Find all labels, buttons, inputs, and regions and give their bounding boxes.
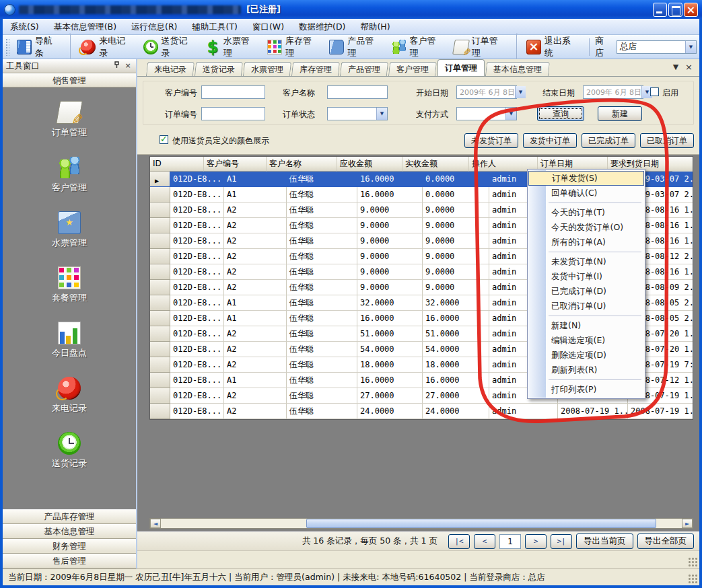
tab[interactable]: 来电记录 [146,62,195,76]
tab-list-dropdown-icon[interactable]: ▼ [673,63,678,71]
context-menu-item[interactable] [528,377,644,382]
order-no-input[interactable] [201,107,265,120]
row-selector[interactable] [150,357,170,373]
color-display-checkbox[interactable] [160,135,168,144]
sidebar-group-button[interactable]: 财务管理 [3,539,136,554]
last-page-button[interactable]: >| [551,534,572,549]
customer-name-input[interactable] [327,85,388,99]
export-all-pages-button[interactable]: 导出全部页 [637,534,695,549]
row-selector[interactable] [150,373,170,388]
row-selector[interactable] [150,249,170,264]
sidebar-item[interactable]: 今日盘点 [3,322,136,359]
table-row[interactable]: 012D-E8... A2 伍华聪 24.0000 24.0000 admin … [150,404,693,419]
column-header[interactable]: 实收金额 [402,157,469,172]
context-menu-item[interactable]: 打印列表(P) [528,382,644,397]
customer-button[interactable]: 客户管理 [387,33,449,61]
chevron-down-icon[interactable] [376,108,387,120]
row-selector[interactable] [150,311,170,326]
row-selector[interactable] [150,295,170,311]
row-selector[interactable] [150,264,170,280]
row-selector[interactable] [150,326,170,342]
tab[interactable]: 基本信息管理 [485,62,550,76]
sidebar-group-button[interactable]: 产品库存管理 [3,509,136,524]
first-page-button[interactable]: |< [448,534,470,549]
context-menu-item[interactable]: 今天的发货订单(O) [528,220,644,235]
row-selector[interactable] [150,342,170,357]
sidebar-item[interactable]: 来电记录 [3,377,136,414]
sidebar-item[interactable]: 客户管理 [3,156,136,194]
sidebar-item[interactable]: 套餐管理 [3,266,136,304]
context-menu-item[interactable] [528,314,644,318]
context-menu-item[interactable]: 发货中订单(I) [528,269,644,284]
pin-icon[interactable] [112,61,121,71]
sidebar-group-button[interactable]: 基本信息管理 [3,524,136,539]
pay-method-combobox[interactable] [456,107,517,120]
context-menu-item[interactable]: 编辑选定项(E) [528,333,644,348]
call-record-button[interactable]: 来电记录 [76,33,138,61]
context-menu-item[interactable]: 今天的订单(T) [528,205,644,220]
context-menu-item[interactable] [528,250,644,254]
start-date-picker[interactable]: 2009年 6月 8日 [456,85,517,99]
exit-button[interactable]: 退出系统 [516,33,584,61]
resize-grip[interactable] [689,575,698,584]
context-menu-item[interactable]: 新建(N) [528,318,644,333]
sidebar-group-sales[interactable]: 销售管理 [3,73,136,87]
status-filter-button[interactable]: 发货中订单 [523,133,577,148]
query-button[interactable]: 查询 [537,106,584,121]
resize-grip[interactable] [689,558,698,567]
sidebar-item[interactable]: 送货记录 [3,432,136,470]
minimize-button[interactable] [653,3,667,17]
column-header[interactable]: 客户编号 [204,157,267,172]
inventory-button[interactable]: 库存管理 [262,33,324,61]
scroll-right-icon[interactable] [682,519,693,528]
horizontal-scrollbar[interactable] [149,518,693,529]
sidebar-item[interactable]: 水票管理 [3,211,136,249]
maximize-button[interactable] [668,3,682,17]
status-filter-button[interactable]: 已取消订单 [640,133,694,148]
context-menu-item[interactable]: 已完成订单(D) [528,284,644,299]
scroll-left-icon[interactable] [150,519,161,528]
row-selector[interactable] [150,203,170,218]
toolbar-grip[interactable] [5,38,9,56]
water-ticket-button[interactable]: 水票管理 [201,33,262,61]
end-date-picker[interactable]: 2009年 6月 8日 [583,85,643,99]
scrollbar-thumb[interactable] [306,519,656,528]
row-selector[interactable] [150,280,170,295]
context-menu-item[interactable]: 刷新列表(R) [528,363,644,377]
tab[interactable]: 产品管理 [340,62,388,76]
customer-no-input[interactable] [201,85,265,99]
row-selector[interactable] [150,404,170,419]
tab[interactable]: 水票管理 [243,62,291,76]
prev-page-button[interactable]: < [474,534,495,549]
column-header[interactable]: 应收金额 [337,157,402,172]
chevron-down-icon[interactable] [515,86,526,98]
row-selector[interactable] [150,388,170,404]
enable-checkbox[interactable] [650,87,659,96]
context-menu-item[interactable] [528,200,644,205]
tab[interactable]: 库存管理 [291,62,340,76]
tab[interactable]: 送货记录 [195,62,243,76]
new-button[interactable]: 新建 [598,106,642,121]
chevron-down-icon[interactable] [685,41,696,53]
sidebar-item[interactable]: 订单管理 [3,101,136,139]
order-button[interactable]: 订单管理 [449,33,511,61]
close-button[interactable] [684,3,698,17]
column-header[interactable]: ID [150,157,204,172]
export-current-page-button[interactable]: 导出当前页 [576,534,633,549]
sidebar-group-button[interactable]: 售后管理 [3,554,136,568]
row-selector[interactable] [150,187,170,203]
order-status-combobox[interactable] [327,107,388,120]
scrollbar-track[interactable] [161,519,682,528]
context-menu-item[interactable]: 删除选定项(D) [528,348,644,363]
context-menu-item[interactable]: 订单发货(S) [528,171,644,186]
tab-close-icon[interactable]: × [685,62,693,72]
close-icon[interactable]: × [123,61,133,71]
page-number-input[interactable]: 1 [499,534,521,549]
status-filter-button[interactable]: 已完成订单 [582,133,635,148]
context-menu-item[interactable]: 未发货订单(N) [528,254,644,269]
context-menu-item[interactable]: 回单确认(C) [528,186,644,200]
column-header[interactable]: 客户名称 [267,157,337,172]
status-filter-button[interactable]: 未发货订单 [464,133,518,148]
product-button[interactable]: 产品管理 [324,33,386,61]
next-page-button[interactable]: > [525,534,547,549]
